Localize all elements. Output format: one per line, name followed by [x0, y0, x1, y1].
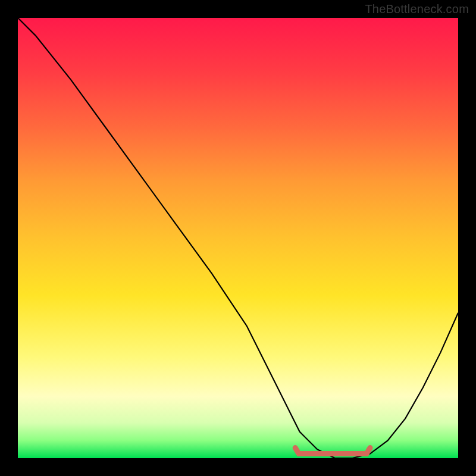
plot-area	[18, 18, 458, 458]
watermark-text: TheBottleneck.com	[365, 2, 469, 16]
chart-frame: TheBottleneck.com	[0, 0, 476, 476]
chart-svg	[18, 18, 458, 458]
optimal-range-marker	[295, 448, 370, 454]
bottleneck-curve	[18, 18, 458, 458]
